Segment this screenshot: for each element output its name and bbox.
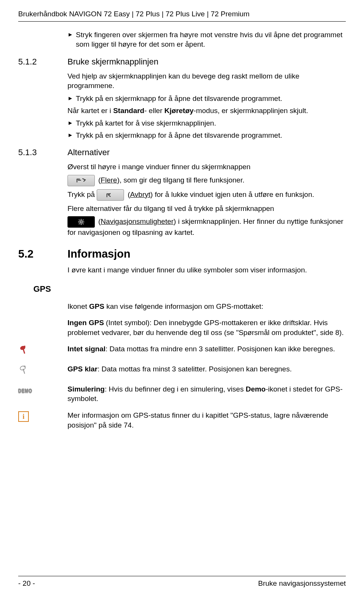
bullet-marker: ► xyxy=(67,131,76,140)
svg-point-11 xyxy=(24,346,25,347)
footer-section: Bruke navigasjonssystemet xyxy=(258,579,346,588)
intro-text: Stryk fingeren over skjermen fra høyre m… xyxy=(76,30,346,49)
paragraph: (Flere), som gir deg tilgang til flere f… xyxy=(67,175,346,186)
section-number: 5.1.2 xyxy=(18,56,67,68)
paragraph: (Navigasjonsmuligheter) i skjermknapplin… xyxy=(67,216,346,237)
gps-no-signal-icon xyxy=(18,345,28,357)
svg-point-12 xyxy=(20,365,26,371)
gps-no-signal: Intet signal: Data mottas fra mindre enn… xyxy=(67,344,346,354)
more-options-icon xyxy=(67,175,95,186)
paragraph: Når kartet er i Standard- eller Kjøretøy… xyxy=(67,106,346,116)
nav-options-icon xyxy=(67,216,95,228)
cancel-icon xyxy=(97,189,124,201)
paragraph: Ved hjelp av skjermknapplinjen kan du be… xyxy=(67,71,346,91)
header-rule xyxy=(18,21,346,22)
section-title: Informasjon xyxy=(67,247,130,261)
info-icon: i xyxy=(18,411,29,422)
section-number: 5.2 xyxy=(18,247,67,261)
gps-info-ref: Mer informasjon om GPS-status finner du … xyxy=(67,410,346,430)
svg-line-5 xyxy=(79,220,80,220)
svg-line-10 xyxy=(23,349,25,354)
page-footer: - 20 - Bruke navigasjonssystemet xyxy=(18,576,346,588)
paragraph: Flere alternativer får du tilgang til ve… xyxy=(67,204,346,214)
gps-ready-icon xyxy=(18,365,28,377)
bullet-text: Trykk på en skjermknapp for å åpne det t… xyxy=(76,131,346,140)
paragraph: Øverst til høyre i mange vinduer finner … xyxy=(67,162,346,172)
paragraph: Trykk på (Avbryt) for å lukke vinduet ig… xyxy=(67,189,346,201)
bullet-marker: ► xyxy=(67,94,76,103)
gps-simulation: Simulering: Hvis du befinner deg i en si… xyxy=(67,384,346,404)
bullet-marker: ► xyxy=(67,118,76,127)
demo-icon: DEMO xyxy=(18,387,28,395)
gps-no-gps: Ingen GPS (Intet symbol): Den innebygde … xyxy=(67,318,346,337)
gps-ready: GPS klar: Data mottas fra minst 3 sateli… xyxy=(67,364,346,374)
bullet-text: Trykk på kartet for å vise skjermknappli… xyxy=(76,118,346,128)
section-title: Alternativer xyxy=(67,147,110,158)
nav-options-link: Navigasjonsmuligheter xyxy=(101,217,174,225)
svg-point-0 xyxy=(80,221,82,223)
cancel-link: Avbryt xyxy=(130,190,151,198)
gps-heading: GPS xyxy=(33,283,346,295)
bullet-text: Trykk på en skjermknapp for å åpne det t… xyxy=(76,94,346,104)
svg-line-7 xyxy=(79,223,80,224)
bullet-marker: ► xyxy=(67,30,76,39)
section-title: Bruke skjermknapplinjen xyxy=(67,56,158,68)
doc-header: Brukerhåndbok NAVIGON 72 Easy | 72 Plus … xyxy=(18,9,346,19)
gps-intro: Ikonet GPS kan vise følgende informasjon… xyxy=(67,302,346,311)
svg-line-8 xyxy=(83,220,83,220)
paragraph: I øvre kant i mange vinduer finner du ul… xyxy=(67,265,346,275)
section-number: 5.1.3 xyxy=(18,147,67,158)
more-link: Flere xyxy=(101,176,117,184)
svg-line-6 xyxy=(83,223,83,224)
page-number: - 20 - xyxy=(18,579,35,588)
